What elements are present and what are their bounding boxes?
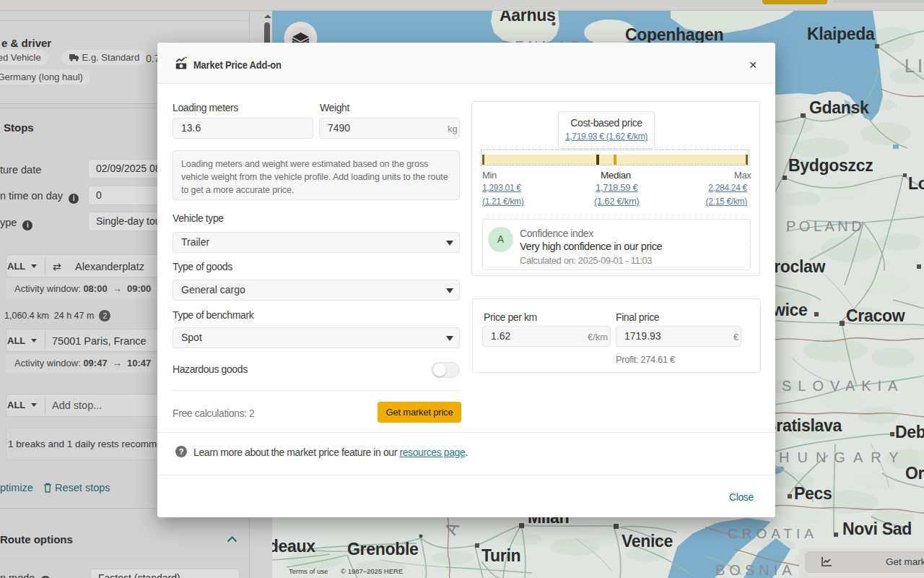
svg-text:Grenoble: Grenoble bbox=[347, 540, 419, 558]
svg-text:Deb: Deb bbox=[895, 423, 924, 441]
svg-text:CROATIA: CROATIA bbox=[728, 526, 818, 541]
svg-text:Cracow: Cracow bbox=[846, 306, 905, 325]
svg-text:© 1987–2025 HERE: © 1987–2025 HERE bbox=[341, 567, 403, 575]
svg-text:Venice: Venice bbox=[622, 532, 673, 551]
svg-text:Pecs: Pecs bbox=[794, 484, 832, 503]
svg-text:Or: Or bbox=[905, 464, 924, 483]
svg-text:Bordeaux: Bordeaux bbox=[272, 537, 315, 556]
svg-text:POLAND: POLAND bbox=[786, 218, 865, 234]
svg-text:HUNGARY: HUNGARY bbox=[779, 449, 907, 465]
svg-text:BOSNIA: BOSNIA bbox=[715, 562, 796, 578]
svg-text:LITHUANIA: LITHUANIA bbox=[905, 56, 924, 76]
svg-text:Turin: Turin bbox=[481, 546, 520, 565]
svg-text:Lo: Lo bbox=[908, 174, 924, 193]
svg-text:Bydgoszcz: Bydgoszcz bbox=[788, 156, 873, 175]
svg-text:Gdansk: Gdansk bbox=[809, 98, 869, 117]
svg-text:Klaipeda: Klaipeda bbox=[807, 25, 875, 43]
svg-text:SLOVAKIA: SLOVAKIA bbox=[782, 378, 904, 394]
svg-text:Aarhus: Aarhus bbox=[500, 11, 555, 25]
svg-text:Novi Sad: Novi Sad bbox=[842, 519, 912, 538]
svg-text:Terms of use: Terms of use bbox=[289, 567, 328, 575]
svg-text:Copenhagen: Copenhagen bbox=[625, 25, 723, 44]
svg-text:Bratislava: Bratislava bbox=[764, 416, 842, 435]
